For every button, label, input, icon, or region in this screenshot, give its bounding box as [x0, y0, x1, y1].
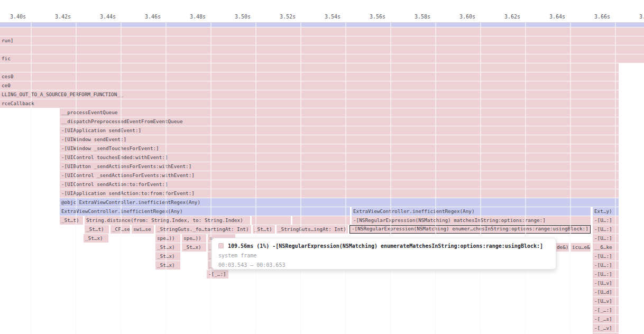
ruler-tick-label: 3.40s — [5, 13, 26, 21]
time-gridline-overlay — [76, 23, 77, 333]
time-gridline-overlay — [300, 23, 301, 333]
time-gridline-overlay — [345, 23, 346, 333]
flame-frame[interactable]: spe…)) — [182, 234, 206, 243]
flame-frame-selected[interactable]: -[NSRegularExpression(NSMatching) enumer… — [349, 225, 591, 234]
tooltip-frame-kind: system frame — [218, 252, 549, 259]
flame-frame[interactable]: _St…x) — [84, 234, 108, 243]
flame-frame[interactable]: -[UIWindow sendEvent:] — [60, 135, 619, 144]
flame-frame[interactable]: -[UIWindow _sendTouchesForEvent:] — [60, 144, 619, 153]
ruler-tick-label: 3.46s — [140, 13, 161, 21]
time-gridline-overlay — [570, 23, 571, 333]
flame-frame[interactable]: _St…x) — [182, 243, 206, 252]
flame-frame[interactable] — [0, 27, 644, 36]
flame-frame[interactable]: ce0 — [0, 81, 619, 90]
flame-frame[interactable]: __dispatchPreprocessedEventFromEventQueu… — [60, 117, 619, 126]
ruler-tick-label: 3.64s — [544, 13, 565, 21]
flame-frame[interactable]: -[NSRegularExpression(NSMatching) matche… — [352, 216, 591, 225]
flame-frame[interactable]: -[UIControl _sendActionsForEvents:withEv… — [60, 171, 619, 180]
time-gridline-overlay — [525, 23, 526, 333]
flame-frame[interactable]: _StringGuts…ingAt: Int) — [277, 225, 348, 234]
ruler-tick-label: 3.68s — [634, 13, 644, 21]
flame-frame[interactable]: ExtraViewController.inefficientRegex(Any… — [60, 207, 350, 216]
flame-frame[interactable]: __processEventQueue — [60, 108, 619, 117]
frame-color-swatch — [218, 243, 224, 248]
ruler-tick-label: 3.54s — [319, 13, 341, 21]
time-gridline-overlay — [210, 23, 211, 333]
time-gridline-overlay — [121, 23, 122, 333]
flame-frame[interactable] — [0, 23, 644, 27]
time-gridline-overlay — [390, 23, 391, 333]
time-gridline-overlay — [165, 23, 167, 333]
flame-frame[interactable]: _StringGuts._fo…tartingAt: Int) — [155, 225, 251, 234]
flame-frame[interactable]: run] — [0, 36, 644, 45]
flame-frame[interactable]: LLING_OUT_TO_A_SOURCE0_PERFORM_FUNCTION_… — [0, 90, 619, 99]
ruler-tick-label: 3.56s — [364, 13, 385, 21]
ruler-tick-label: 3.58s — [409, 13, 430, 21]
flame-frame[interactable]: icu…e&) — [571, 243, 591, 252]
flame-frame[interactable]: _St…x) — [155, 252, 180, 261]
flame-frame[interactable]: ces0 — [0, 72, 619, 81]
hover-tooltip: 109.56ms (1%) -[NSRegularExpression(NSMa… — [211, 238, 556, 270]
tooltip-title-row: 109.56ms (1%) -[NSRegularExpression(NSMa… — [218, 242, 549, 249]
flame-frame[interactable]: ExtraViewController.inefficientRegex(Any… — [352, 207, 591, 216]
ruler-tick-label: 3.66s — [589, 13, 610, 21]
flame-frame[interactable]: _St…t) — [60, 216, 83, 225]
ruler-tick-label: 3.52s — [274, 13, 296, 21]
tooltip-title: 109.56ms (1%) -[NSRegularExpression(NSMa… — [228, 243, 543, 249]
time-gridline-overlay — [31, 23, 32, 333]
flame-frame[interactable] — [252, 216, 291, 225]
flame-frame[interactable]: de&) — [555, 243, 569, 252]
flame-frame[interactable] — [0, 45, 644, 54]
ruler-tick-label: 3.60s — [454, 13, 475, 21]
flame-frame[interactable] — [0, 63, 619, 72]
tooltip-time-range: 00:03.543 — 00:03.653 — [218, 262, 549, 269]
time-ruler[interactable]: 3.40s3.42s3.44s3.46s3.48s3.50s3.52s3.54s… — [0, 0, 644, 23]
ruler-tick-label: 3.44s — [95, 13, 116, 21]
ruler-tick-label: 3.42s — [50, 13, 71, 21]
ruler-tick-label: 3.48s — [185, 13, 206, 21]
flame-frame[interactable]: String.distance(from: String.Index, to: … — [85, 216, 250, 225]
ruler-tick-label: 3.50s — [229, 13, 251, 21]
flame-frame[interactable]: _St…x) — [155, 243, 180, 252]
flame-frame[interactable]: spe…)) — [155, 234, 180, 243]
time-gridline-overlay — [480, 23, 481, 333]
flame-graph-view: run]ficces0ce0LLING_OUT_TO_A_SOURCE0_PER… — [0, 0, 644, 334]
flame-frame[interactable]: -[UIButton _sendActionsForEvents:withEve… — [60, 162, 619, 171]
flame-frame[interactable]: _St…x) — [155, 261, 180, 270]
flame-frame[interactable]: _St…t) — [85, 225, 109, 234]
flame-frame[interactable]: swi…se — [132, 225, 154, 234]
flame-frame[interactable]: rceCallback — [0, 99, 619, 108]
time-gridline-overlay — [255, 23, 256, 333]
flame-frame[interactable]: -[UIControl sendAction:to:forEvent:] — [60, 180, 619, 189]
flame-frame[interactable]: fic — [0, 54, 644, 63]
flame-frame[interactable]: -[UIApplication sendEvent:] — [60, 126, 619, 135]
time-gridline-overlay — [615, 23, 616, 333]
flame-frame[interactable]: @objc ExtraViewController.inefficientReg… — [60, 198, 619, 207]
time-gridline-overlay — [435, 23, 436, 333]
flame-frame[interactable]: -[UIControl touchesEnded:withEvent:] — [60, 153, 619, 162]
flame-frame[interactable]: -[UIApplication sendAction:to:from:forEv… — [60, 189, 619, 198]
ruler-tick-label: 3.62s — [499, 13, 520, 21]
flame-graph-canvas[interactable]: run]ficces0ce0LLING_OUT_TO_A_SOURCE0_PER… — [0, 0, 644, 334]
